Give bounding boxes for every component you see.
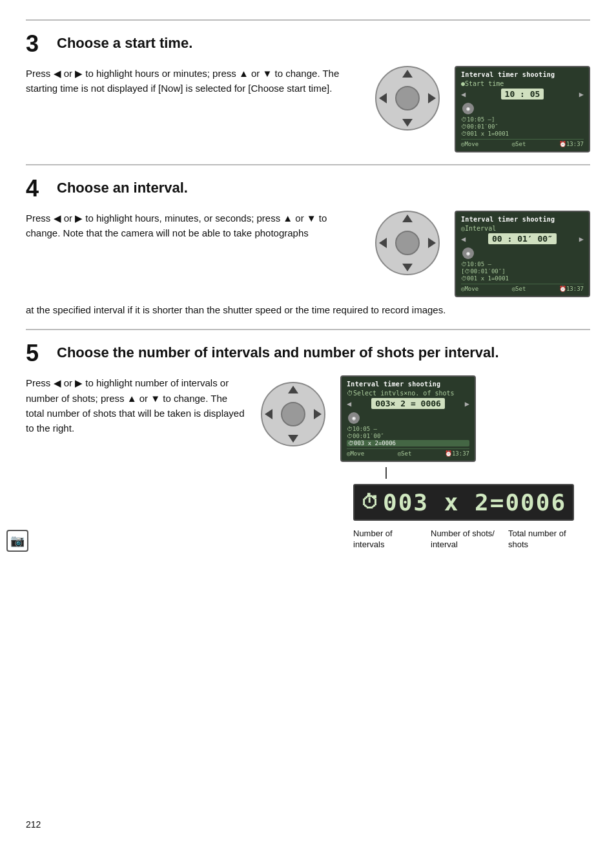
lcd-4-arrow-left: ◀ — [461, 235, 466, 244]
dpad-arrow-up — [402, 70, 413, 78]
dpad-4-arrow-right — [428, 238, 436, 248]
dpad-5-up — [288, 386, 298, 393]
step-3-title: Choose a start time. — [57, 35, 192, 52]
lcd-5-bottom-left: ◎Move — [347, 450, 364, 457]
section-4-body: Press ◀ or ▶ to highlight hours, minutes… — [26, 211, 590, 297]
caption-number-of-intervals: Number of intervals — [353, 529, 418, 550]
lcd-4-bottom-right: ⏰13:37 — [559, 286, 584, 292]
big-display-box: ⏱ 003 x 2=0006 — [353, 484, 574, 521]
step-3-number: 3 — [26, 32, 50, 56]
dpad-4-arrow-up — [402, 215, 413, 222]
lcd-3-bottom: ◎Move ◎Set ⏰13:37 — [461, 139, 584, 147]
lcd-5-info2: ⏱10:05 – — [347, 426, 469, 432]
lcd-4-info2: ⏱10:05 – — [461, 261, 584, 267]
lcd-4-info4: ⏱001 x 1=0001 — [461, 275, 584, 282]
lcd-3-arrow-left: ◀ — [461, 90, 466, 99]
lcd-3-bottom-mid: ◎Set — [512, 141, 526, 147]
lcd-3-info1: ◉ — [461, 101, 584, 116]
dpad-5-right — [314, 409, 322, 419]
step-4-title: Choose an interval. — [57, 180, 188, 196]
lcd-5-value: 003× 2 = 0006 — [371, 398, 445, 409]
step-5-number: 5 — [26, 342, 50, 365]
dpad-arrow-left — [379, 93, 387, 103]
camera-icon-box: 📷 — [6, 530, 28, 552]
section-4: 4 Choose an interval. Press ◀ or ▶ to hi… — [26, 164, 590, 317]
lcd-3-info2: ⏱10:05 –] — [461, 116, 584, 123]
lcd-4-label: ◎Interval — [461, 225, 584, 232]
lcd-4-label-text: ◎Interval — [461, 225, 496, 232]
lcd-4-value: 00 : 01′ 00″ — [488, 233, 557, 244]
section-5: 5 Choose the number of intervals and num… — [26, 329, 590, 550]
lcd-5-label-text: ⏱Select intvls×no. of shots — [347, 390, 455, 397]
dpad-4-arrow-left — [379, 238, 387, 248]
big-display-text: 003 x 2=0006 — [383, 489, 566, 516]
lcd-5-bottom-right: ⏰13:37 — [445, 450, 469, 457]
lcd-3-info4: ⏱001 x 1=0001 — [461, 131, 584, 137]
section-3-header: 3 Choose a start time. — [26, 32, 590, 56]
section-3-body: Press ◀ or ▶ to highlight hours or minut… — [26, 66, 590, 152]
section-5-body: Press ◀ or ▶ to highlight number of inte… — [26, 375, 590, 550]
lcd-3-ok: ◉ — [462, 103, 474, 114]
lcd-5-info1: ◉ — [347, 411, 469, 425]
lcd-3-info3: ⏱00:01′00″ — [461, 123, 584, 130]
lcd-5-info3: ⏱00:01′00″ — [347, 433, 469, 439]
lcd-3-arrow-right: ▶ — [579, 90, 584, 99]
lcd-3-label-text: ●Start time — [461, 80, 504, 87]
caption-total-shots: Total number of shots — [508, 529, 573, 550]
lcd-5-title: Interval timer shooting — [347, 381, 469, 388]
lcd-5-label: ⏱Select intvls×no. of shots — [347, 390, 469, 397]
section-3-lcd: Interval timer shooting ●Start time ◀ 10… — [455, 66, 590, 152]
connector-line-top — [385, 467, 387, 479]
dpad-inner — [395, 86, 420, 110]
dpad-5-left — [265, 409, 272, 419]
dpad-arrow-right — [428, 93, 436, 103]
caption-row: Number of intervals Number of shots/ int… — [353, 529, 574, 550]
dpad-5-inner — [281, 402, 305, 426]
camera-icon: 📷 — [10, 534, 25, 548]
step-4-number: 4 — [26, 177, 50, 200]
lcd-3-bottom-right: ⏰13:37 — [559, 141, 584, 147]
lcd-5-arrow-right: ▶ — [465, 399, 469, 408]
lcd-3-label: ●Start time — [461, 80, 584, 87]
section-4-dpad — [370, 211, 444, 275]
lcd-4-bottom-mid: ◎Set — [512, 286, 526, 292]
lcd-3-title: Interval timer shooting — [461, 71, 584, 78]
lcd-5-ok: ◉ — [348, 412, 360, 424]
lcd-5-arrow-left: ◀ — [347, 399, 351, 408]
lcd-4-value-row: ◀ 00 : 01′ 00″ ▶ — [461, 233, 584, 244]
lcd-5-info4: ⏱003 x 2=0006 — [347, 440, 469, 446]
lcd-4-bottom: ◎Move ◎Set ⏰13:37 — [461, 284, 584, 292]
caption-shots-per-interval: Number of shots/ interval — [431, 529, 495, 550]
lcd-5-bottom: ◎Move ◎Set ⏰13:37 — [347, 448, 469, 457]
dpad-4-inner — [395, 231, 420, 255]
section-4-lcd: Interval timer shooting ◎Interval ◀ 00 :… — [455, 211, 590, 297]
page-number: 212 — [26, 819, 41, 830]
section-3-dpad — [370, 66, 444, 131]
lcd-3-bottom-left: ◎Move — [461, 141, 478, 147]
section-5-images: Interval timer shooting ⏱Select intvls×n… — [340, 375, 574, 550]
dpad-control — [375, 66, 440, 131]
caption-shots-label: Number of shots/ interval — [431, 529, 495, 550]
lcd-4-bottom-left: ◎Move — [461, 286, 478, 292]
step-5-title: Choose the number of intervals and numbe… — [57, 344, 499, 361]
big-display-icon: ⏱ — [361, 492, 380, 513]
lcd-3-value: 10 : 05 — [501, 89, 544, 100]
section-3-text: Press ◀ or ▶ to highlight hours or minut… — [26, 66, 360, 100]
section-4-para: Press ◀ or ▶ to highlight hours, minutes… — [26, 211, 360, 241]
caption-intervals-label: Number of intervals — [353, 529, 418, 550]
lcd-4-arrow-right: ▶ — [579, 235, 584, 244]
lcd-4-info1: ◉ — [461, 246, 584, 260]
section-3-para: Press ◀ or ▶ to highlight hours or minut… — [26, 66, 360, 96]
section-4-full-text: at the specified interval if it is short… — [26, 302, 590, 317]
lcd-5-bottom-mid: ◎Set — [398, 450, 412, 457]
section-5-para: Press ◀ or ▶ to highlight number of inte… — [26, 375, 245, 435]
lcd-4-ok: ◉ — [462, 247, 474, 259]
section-4-header: 4 Choose an interval. — [26, 177, 590, 200]
section-5-header: 5 Choose the number of intervals and num… — [26, 342, 590, 365]
lcd-5-value-row: ◀ 003× 2 = 0006 ▶ — [347, 398, 469, 409]
section-5-dpad — [256, 382, 330, 446]
lcd-3-value-row: ◀ 10 : 05 ▶ — [461, 89, 584, 100]
lcd-4-info3: [⏱00:01′00″] — [461, 268, 584, 275]
section-3: 3 Choose a start time. Press ◀ or ▶ to h… — [26, 19, 590, 152]
callout-connector: ⏱ 003 x 2=0006 Number of intervals Numbe… — [353, 467, 574, 550]
